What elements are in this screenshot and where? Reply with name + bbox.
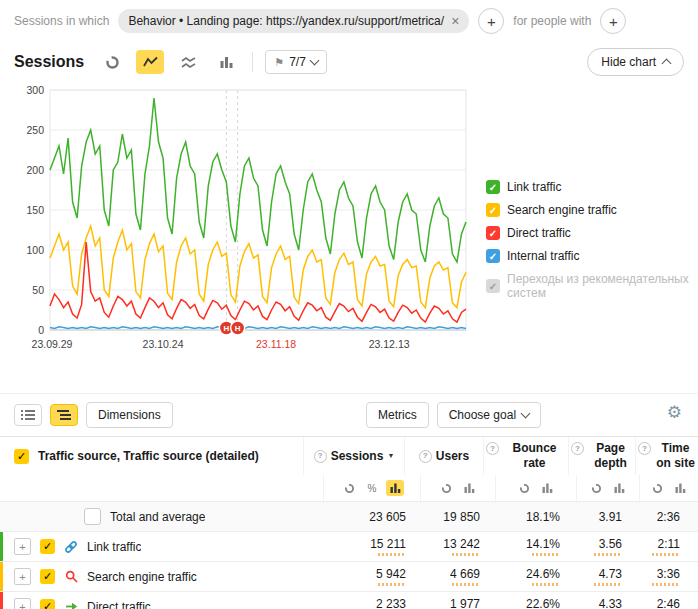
legend-item-2[interactable]: ✓Direct traffic xyxy=(486,226,696,240)
add-session-filter-button[interactable]: + xyxy=(478,8,504,34)
column-header-time-on-site[interactable]: ? Time on site xyxy=(635,437,698,475)
row-checkbox[interactable]: ✓ xyxy=(40,569,55,584)
cell-sessions: 23 605 xyxy=(328,502,424,531)
row-label[interactable]: Direct traffic xyxy=(87,600,151,609)
time-bars-mode-button[interactable] xyxy=(672,480,690,496)
view-list-button[interactable] xyxy=(14,404,42,426)
cell-value: 19 850 xyxy=(424,510,498,524)
series-link-traffic xyxy=(50,98,466,262)
cell-users: 19 850 xyxy=(424,502,498,531)
time-donut-mode-button[interactable] xyxy=(649,480,667,496)
table-body: ✓Total and average23 60519 85018.1%3.912… xyxy=(0,501,698,609)
cell-bounce_rate: 14.1% xyxy=(498,532,578,561)
legend-checkbox[interactable]: ✓ xyxy=(486,180,500,194)
table-row-total-and-average: ✓Total and average23 60519 85018.1%3.912… xyxy=(0,501,698,531)
remove-filter-icon[interactable]: × xyxy=(451,16,459,26)
svg-text:250: 250 xyxy=(26,124,44,136)
metrics-button[interactable]: Metrics xyxy=(366,402,429,428)
mini-histogram xyxy=(378,583,406,586)
cell-value: 5 942 xyxy=(328,567,424,581)
hide-chart-button[interactable]: Hide chart xyxy=(587,48,684,76)
help-icon: ? xyxy=(571,442,584,455)
dimensions-button[interactable]: Dimensions xyxy=(86,402,173,428)
cell-value: 24.6% xyxy=(498,567,578,581)
legend-checkbox[interactable]: ✓ xyxy=(486,249,500,263)
row-label[interactable]: Link traffic xyxy=(87,540,141,554)
sessions-donut-mode-button[interactable] xyxy=(340,480,358,496)
mini-histogram xyxy=(652,553,680,556)
choose-goal-button[interactable]: Choose goal xyxy=(437,402,541,428)
chevron-down-icon xyxy=(521,409,531,419)
sessions-bars-mode-button[interactable] xyxy=(386,480,404,496)
segment-filter-text: Behavior • Landing page: https://yandex.… xyxy=(128,14,444,28)
legend-checkbox[interactable]: ✓ xyxy=(486,226,500,240)
chart-type-line-button[interactable] xyxy=(136,50,164,74)
column-header-bounce-rate[interactable]: ? Bounce rate xyxy=(483,437,568,475)
row-name-cell: +✓Link traffic xyxy=(0,532,328,561)
segments-count: 7/7 xyxy=(289,55,306,69)
legend-item-0[interactable]: ✓Link traffic xyxy=(486,180,696,194)
segments-selector[interactable]: ⚑ 7/7 xyxy=(265,50,327,74)
chart-type-donut-button[interactable] xyxy=(98,50,126,74)
expand-row-button[interactable]: + xyxy=(14,538,31,555)
legend-item-1[interactable]: ✓Search engine traffic xyxy=(486,203,696,217)
expand-row-button[interactable]: + xyxy=(14,568,31,585)
x-tick-label[interactable]: 23.11.18 xyxy=(256,338,296,350)
x-tick-label: 23.12.13 xyxy=(369,338,410,350)
bars-icon xyxy=(390,483,401,493)
chart-type-columns-button[interactable] xyxy=(212,50,240,74)
segment-filter-chip[interactable]: Behavior • Landing page: https://yandex.… xyxy=(118,9,469,33)
depth-donut-mode-button[interactable] xyxy=(588,480,606,496)
users-bars-mode-button[interactable] xyxy=(461,480,479,496)
cell-value: 4 669 xyxy=(424,567,498,581)
cell-sessions: 2 233 xyxy=(328,592,424,609)
row-checkbox[interactable]: ✓ xyxy=(40,539,55,554)
svg-text:100: 100 xyxy=(26,244,44,256)
bounce-bars-mode-button[interactable] xyxy=(539,480,557,496)
column-header-page-depth[interactable]: ? Page depth xyxy=(568,437,635,475)
view-tree-button[interactable] xyxy=(50,404,78,426)
table-header-row: ✓ Traffic source, Traffic source (detail… xyxy=(0,436,698,475)
row-color-stripe xyxy=(0,562,3,591)
legend-item-3[interactable]: ✓Internal traffic xyxy=(486,249,696,263)
help-icon: ? xyxy=(419,450,432,463)
sessions-percent-mode-button[interactable]: % xyxy=(363,480,381,496)
donut-chart-icon xyxy=(105,55,120,70)
legend-checkbox[interactable]: ✓ xyxy=(486,279,500,293)
row-checkbox[interactable]: ✓ xyxy=(40,599,55,609)
row-name-cell: +✓Direct traffic xyxy=(0,592,328,609)
cell-bounce_rate: 24.6% xyxy=(498,562,578,591)
cell-bounce_rate: 18.1% xyxy=(498,502,578,531)
expand-row-button[interactable]: + xyxy=(14,598,31,609)
traffic-source-icon xyxy=(64,600,78,609)
depth-bars-mode-button[interactable] xyxy=(611,480,629,496)
select-all-checkbox[interactable]: ✓ xyxy=(14,449,29,464)
legend-item-4[interactable]: ✓Переходы из рекомендательных систем xyxy=(486,272,696,300)
column-header-sessions[interactable]: ? Sessions ▼ xyxy=(303,437,404,475)
chart-type-stacked-button[interactable] xyxy=(174,50,202,74)
row-checkbox[interactable]: ✓ xyxy=(84,508,101,525)
cell-value: 1 977 xyxy=(424,597,498,609)
table-settings-gear-icon[interactable]: ⚙ xyxy=(667,404,682,421)
cell-page_depth: 3.91 xyxy=(578,502,640,531)
table-subheader-row: % xyxy=(0,475,698,501)
cell-value: 18.1% xyxy=(498,510,578,524)
bounce-donut-mode-button[interactable] xyxy=(516,480,534,496)
hide-chart-label: Hide chart xyxy=(601,55,656,69)
bars-icon xyxy=(542,483,553,493)
add-people-filter-button[interactable]: + xyxy=(600,8,626,34)
donut-icon xyxy=(652,483,663,494)
chart-annotation-pin[interactable]: Н xyxy=(231,321,245,335)
legend-checkbox[interactable]: ✓ xyxy=(486,203,500,217)
column-header-users[interactable]: ? Users xyxy=(404,437,483,475)
column-chart-icon xyxy=(219,55,234,70)
metrics-label: Metrics xyxy=(378,408,417,422)
sort-desc-icon: ▼ xyxy=(387,452,394,461)
sessions-line-chart[interactable]: 050100150200250300НН23.09.2923.10.2423.1… xyxy=(14,80,476,368)
chevron-up-icon xyxy=(662,59,672,69)
users-donut-mode-button[interactable] xyxy=(438,480,456,496)
link-icon xyxy=(64,540,78,554)
svg-text:50: 50 xyxy=(32,284,44,296)
choose-goal-label: Choose goal xyxy=(449,408,516,422)
row-label[interactable]: Search engine traffic xyxy=(87,570,197,584)
